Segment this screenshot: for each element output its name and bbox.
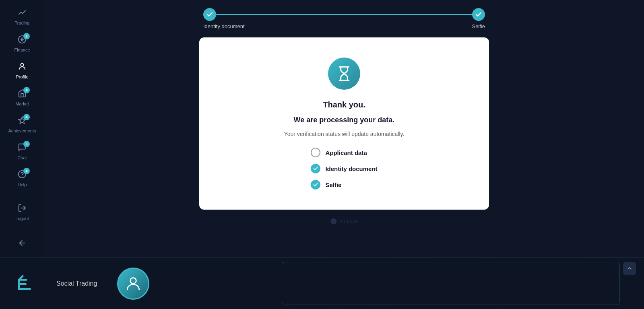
chat-label: Chat — [17, 155, 27, 160]
checklist-item-selfie: Selfie — [311, 180, 341, 190]
chat-badge: 6 — [23, 141, 30, 147]
logout-icon — [18, 204, 27, 214]
svg-point-1 — [21, 64, 23, 66]
bottom-bar: Social Trading — [0, 258, 644, 309]
finance-badge: 1 — [23, 33, 30, 39]
sumsub-watermark: sumsub — [330, 218, 358, 225]
checklist-item-applicant: Applicant data — [311, 148, 367, 157]
arrow-left-icon — [18, 239, 27, 249]
app-logo — [15, 272, 37, 295]
processing-text: We are processing your data. — [294, 116, 395, 124]
achievements-icon: 4 — [18, 116, 27, 127]
bottom-avatar — [117, 268, 149, 300]
done-circle-identity-icon — [311, 164, 320, 173]
done-circle-selfie-icon — [311, 180, 320, 190]
svg-point-4 — [130, 278, 136, 284]
achievements-label: Achievements — [8, 128, 36, 133]
market-icon: 4 — [18, 89, 27, 100]
finance-label: Finance — [14, 47, 30, 52]
verification-hint: Your verification status will update aut… — [284, 131, 405, 137]
chat-icon: 6 — [18, 143, 27, 154]
progress-labels: Identity document Selfie — [203, 23, 485, 29]
progress-step1-label: Identity document — [203, 23, 245, 29]
market-badge: 4 — [23, 87, 30, 93]
help-icon: 4 — [18, 170, 27, 181]
sidebar-item-chat[interactable]: 6 Chat — [0, 139, 44, 164]
logout-label: Logout — [15, 216, 29, 221]
logo-area — [8, 272, 44, 295]
progress-step2-label: Selfie — [472, 23, 485, 29]
finance-icon: 1 — [18, 35, 27, 46]
profile-icon — [18, 62, 27, 73]
achievements-badge: 4 — [23, 114, 30, 120]
sidebar-item-help[interactable]: 4 Help — [0, 166, 44, 191]
progress-step1-node — [203, 8, 216, 21]
sumsub-label: sumsub — [340, 218, 358, 225]
sidebar-item-achievements[interactable]: 4 Achievements — [0, 112, 44, 137]
progress-track — [203, 8, 485, 21]
main-content: Identity document Selfie Thank you. We a… — [44, 0, 644, 258]
thank-you-text: Thank you. — [323, 100, 365, 109]
trading-icon — [18, 8, 27, 19]
sidebar-item-trading[interactable]: Trading — [0, 4, 44, 29]
progress-section: Identity document Selfie — [163, 8, 525, 29]
collapse-button[interactable] — [623, 262, 636, 275]
checklist: Applicant data Identity document Selfie — [311, 148, 377, 190]
market-label: Market — [15, 101, 29, 106]
social-trading-label: Social Trading — [56, 280, 97, 287]
checklist-applicant-label: Applicant data — [325, 149, 367, 156]
pending-circle-icon — [311, 148, 320, 157]
sidebar-item-finance[interactable]: 1 Finance — [0, 31, 44, 56]
bottom-right-panel — [282, 262, 620, 305]
trading-label: Trading — [15, 21, 30, 25]
checklist-identity-label: Identity document — [325, 165, 377, 172]
checklist-item-identity: Identity document — [311, 164, 377, 173]
sidebar-item-market[interactable]: 4 Market — [0, 85, 44, 110]
sidebar: Trading 1 Finance Profile 4 Market — [0, 0, 44, 258]
progress-step2-node — [472, 8, 485, 21]
profile-label: Profile — [16, 74, 28, 79]
help-label: Help — [18, 182, 27, 187]
verification-card: Thank you. We are processing your data. … — [199, 37, 489, 210]
checklist-selfie-label: Selfie — [325, 181, 341, 188]
sidebar-item-logout[interactable]: Logout — [0, 200, 44, 225]
help-badge: 4 — [23, 168, 30, 174]
progress-line — [216, 14, 472, 15]
svg-point-3 — [331, 218, 337, 225]
sidebar-item-profile[interactable]: Profile — [0, 58, 44, 83]
hourglass-icon — [328, 58, 360, 90]
sidebar-collapse-button[interactable] — [0, 235, 44, 253]
